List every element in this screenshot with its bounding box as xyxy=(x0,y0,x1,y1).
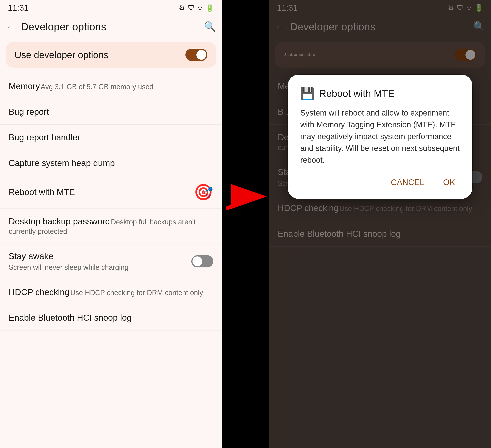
settings-list-left: Memory Avg 3.1 GB of 5.7 GB memory used … xyxy=(0,74,222,448)
stay-awake-title-left: Stay awake xyxy=(9,251,53,261)
dialog-ok-button[interactable]: OK xyxy=(438,175,460,190)
reboot-mte-title-left: Reboot with MTE xyxy=(9,186,75,198)
dialog-header: 💾 Reboot with MTE xyxy=(300,86,460,101)
battery-icon-left: 🔋 xyxy=(205,4,214,12)
bluetooth-item-left[interactable]: Enable Bluetooth HCI snoop log xyxy=(0,305,222,331)
dialog-icon: 💾 xyxy=(300,86,314,101)
stay-awake-subtitle-left: Screen will never sleep while charging xyxy=(9,263,128,272)
toggle-knob-left xyxy=(196,50,206,60)
dialog-overlay: 💾 Reboot with MTE System will reboot and… xyxy=(269,0,491,448)
cursor-icon-left: 🎯 xyxy=(194,183,213,201)
shield-icon-left: 🛡 xyxy=(188,4,195,12)
search-button-left[interactable]: 🔍 xyxy=(204,21,216,32)
dialog-buttons: Cancel OK xyxy=(300,175,460,190)
page-title-left: Developer options xyxy=(21,20,199,33)
top-bar-left: ← Developer options 🔍 xyxy=(0,16,222,37)
hdcp-subtitle-left: Use HDCP checking for DRM content only xyxy=(70,289,203,297)
left-panel: 11:31 ⚙ 🛡 ▽ 🔋 ← Developer options 🔍 Use … xyxy=(0,0,222,448)
center-divider xyxy=(222,0,269,448)
bug-report-handler-item-left[interactable]: Bug report handler xyxy=(0,124,222,150)
dev-toggle-switch-left[interactable] xyxy=(185,49,208,61)
stay-awake-toggle-left[interactable] xyxy=(191,255,213,267)
right-panel: 11:31 ⚙ 🛡 ▽ 🔋 ← Developer options 🔍 Use … xyxy=(269,0,491,448)
stay-awake-knob-left xyxy=(192,257,202,266)
wifi-icon-left: ▽ xyxy=(198,4,202,12)
dev-toggle-label-left: Use developer options xyxy=(15,49,108,60)
hdcp-title-left: HDCP checking xyxy=(9,287,69,297)
dialog-title: Reboot with MTE xyxy=(319,88,394,99)
bug-report-item-left[interactable]: Bug report xyxy=(0,99,222,124)
bug-report-handler-title-left: Bug report handler xyxy=(9,133,80,142)
heap-dump-item-left[interactable]: Capture system heap dump xyxy=(0,150,222,176)
dialog-body: System will reboot and allow to experime… xyxy=(300,107,460,166)
memory-item-left[interactable]: Memory Avg 3.1 GB of 5.7 GB memory used xyxy=(0,74,222,99)
status-bar-left: 11:31 ⚙ 🛡 ▽ 🔋 xyxy=(0,0,222,16)
reboot-mte-item-left[interactable]: Reboot with MTE 🎯 xyxy=(0,176,222,209)
status-icons-left: ⚙ 🛡 ▽ 🔋 xyxy=(179,4,214,12)
hdcp-item-left[interactable]: HDCP checking Use HDCP checking for DRM … xyxy=(0,279,222,305)
desktop-backup-item-left[interactable]: Desktop backup password Desktop full bac… xyxy=(0,209,222,243)
memory-title-left: Memory xyxy=(9,81,40,91)
desktop-backup-title-left: Desktop backup password xyxy=(9,217,110,226)
heap-dump-title-left: Capture system heap dump xyxy=(9,158,115,168)
back-button-left[interactable]: ← xyxy=(6,21,16,32)
dev-toggle-card-left[interactable]: Use developer options xyxy=(6,42,216,67)
stay-awake-item-left[interactable]: Stay awake Screen will never sleep while… xyxy=(0,243,222,279)
reboot-mte-dialog: 💾 Reboot with MTE System will reboot and… xyxy=(288,75,472,199)
time-left: 11:31 xyxy=(8,3,28,13)
bluetooth-title-left: Enable Bluetooth HCI snoop log xyxy=(9,313,132,323)
bug-report-title-left: Bug report xyxy=(9,107,49,116)
memory-subtitle-left: Avg 3.1 GB of 5.7 GB memory used xyxy=(41,83,153,91)
settings-icon-left: ⚙ xyxy=(179,4,185,12)
dialog-cancel-button[interactable]: Cancel xyxy=(386,175,429,190)
